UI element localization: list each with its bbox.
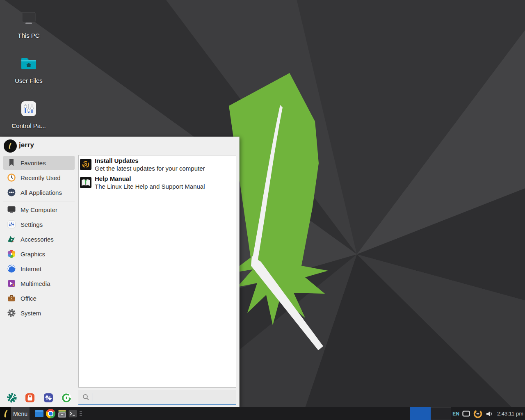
clock[interactable]: 2:43:11 pm [497,411,523,417]
menu-category-internet[interactable]: Internet [3,262,75,276]
desktop-icon-label: This PC [9,32,48,39]
menu-nav-recently-used[interactable]: Recently Used [3,171,75,185]
install-updates-icon [80,159,91,170]
places-menu-icon[interactable] [79,409,83,418]
log-out-button[interactable] [43,392,54,404]
application-menu: jerry Favorites Recently Used All Applic… [0,137,240,407]
sidebar-separator [3,201,75,201]
control-panel-icon [19,99,38,118]
menu-header: jerry [0,137,239,155]
app-item-help-manual[interactable]: Help Manual The Linux Lite Help and Supp… [79,173,236,192]
office-icon [7,293,16,303]
computer-icon [7,205,16,215]
category-label: Internet [21,265,41,272]
display-tray-icon[interactable] [462,411,470,417]
accessories-icon [7,234,16,244]
menu-category-multimedia[interactable]: Multimedia [3,276,75,290]
power-icon [61,392,72,404]
search-icon [82,394,89,401]
desktop-icon-label: Control Pa... [9,122,48,129]
category-label: Office [21,295,37,302]
menu-button[interactable]: Menu [0,407,30,420]
all-applications-icon [7,187,16,197]
desktop-icon-control-panel[interactable]: Control Pa... [9,99,48,129]
lock-icon [24,392,36,404]
desktop-icon-label: User Files [9,77,48,84]
lock-screen-button[interactable] [24,392,36,404]
workspace-pager [410,407,451,420]
app-description: The Linux Lite Help and Support Manual [95,183,205,190]
terminal-launcher[interactable] [68,409,78,418]
chrome-launcher[interactable] [46,409,55,418]
laptop-icon [19,9,38,28]
menu-category-graphics[interactable]: Graphics [3,247,75,261]
menu-nav-all-applications[interactable]: All Applications [3,185,75,199]
desktop-icon-user-files[interactable]: User Files [9,54,48,84]
system-tray: EN 2:43:11 pm [452,407,523,420]
bookmark-icon [7,158,16,168]
switch-user-icon [43,392,54,404]
category-label: Graphics [21,251,45,258]
category-label: Accessories [21,236,54,243]
nav-label: All Applications [21,189,62,196]
file-manager-launcher[interactable] [34,409,44,418]
menu-search[interactable] [78,390,236,405]
search-input[interactable] [93,390,236,405]
home-folder-icon [19,54,38,73]
desktop-icon-this-pc[interactable]: This PC [9,9,48,39]
desktop: This PC User Files Control Pa... [0,0,525,420]
quit-button[interactable] [61,392,72,404]
clock-icon [7,173,16,183]
feather-avatar-icon [6,142,14,150]
linux-lite-feather-icon [0,407,11,420]
app-item-install-updates[interactable]: Install Updates Get the latest updates f… [79,155,236,173]
menu-category-system[interactable]: System [3,306,75,320]
menu-button-label: Menu [13,411,27,417]
workspace-2[interactable] [431,407,451,420]
multimedia-icon [7,278,16,288]
internet-icon [7,264,16,274]
updates-tray-icon[interactable] [473,409,483,419]
settings-manager-button[interactable] [6,392,18,404]
terminal-icon [68,409,78,418]
archive-manager-icon [57,409,67,418]
menu-nav-favorites[interactable]: Favorites [3,156,75,170]
category-label: System [21,310,41,317]
keyboard-layout-indicator[interactable]: EN [452,411,459,417]
settings-icon [7,219,16,229]
menu-category-office[interactable]: Office [3,291,75,305]
app-title: Install Updates [95,157,205,164]
archive-manager-launcher[interactable] [57,409,67,418]
volume-tray-icon[interactable] [486,411,493,417]
graphics-icon [7,249,16,259]
nav-label: Favorites [21,160,46,167]
application-list: Install Updates Get the latest updates f… [78,155,236,388]
app-description: Get the latest updates for your computer [95,164,205,172]
nav-label: Recently Used [21,174,61,181]
menu-category-settings[interactable]: Settings [3,217,75,231]
settings-manager-icon [6,392,18,404]
menu-category-accessories[interactable]: Accessories [3,232,75,246]
app-title: Help Manual [95,175,205,183]
file-manager-icon [34,409,44,418]
category-label: My Computer [21,206,57,213]
username: jerry [19,141,34,149]
system-gear-icon [7,308,16,318]
help-manual-icon [80,177,91,188]
workspace-1-active[interactable] [410,407,431,420]
category-label: Multimedia [21,280,50,287]
category-label: Settings [21,221,43,228]
taskbar: Menu [0,407,525,420]
user-avatar[interactable] [4,139,17,153]
menu-category-my-computer[interactable]: My Computer [3,203,75,217]
